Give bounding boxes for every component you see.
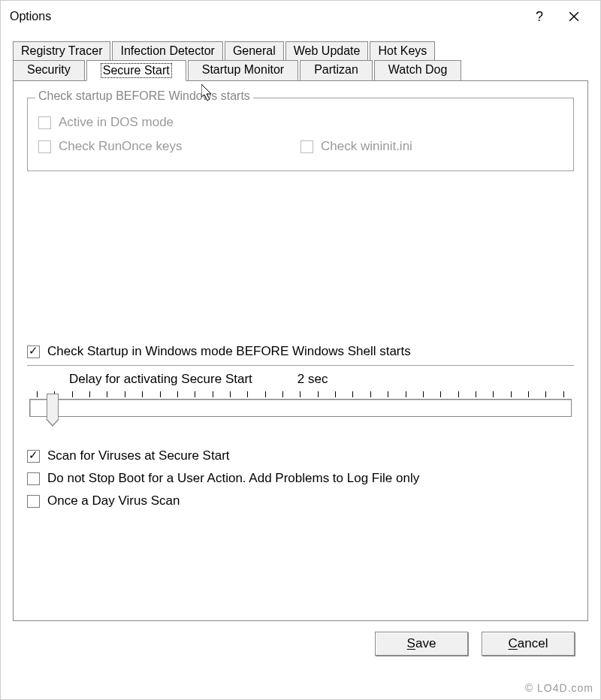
delay-slider[interactable]: [27, 391, 574, 417]
row-wininit: Check wininit.ini: [300, 139, 563, 154]
tab-panel-secure-start: Check startup BEFORE Windows starts Acti…: [13, 80, 588, 621]
window-title: Options: [10, 10, 51, 23]
tab-hot-keys[interactable]: Hot Keys: [370, 41, 435, 60]
options-dialog: Options ? Registry Tracer Infection Dete…: [0, 0, 601, 700]
checkbox-once-a-day[interactable]: [27, 495, 40, 508]
close-button[interactable]: [557, 5, 591, 29]
checkbox-scan-viruses[interactable]: [27, 450, 40, 463]
label-do-not-stop-boot: Do not Stop Boot for a User Action. Add …: [47, 471, 419, 486]
lower-checks: Scan for Viruses at Secure Start Do not …: [27, 448, 574, 508]
row-active-dos: Active in DOS mode: [38, 115, 563, 130]
checkbox-active-dos[interactable]: [38, 116, 51, 129]
tab-web-update[interactable]: Web Update: [285, 41, 369, 60]
delay-label: Delay for activating Secure Start: [69, 372, 252, 387]
slider-ticks: [29, 391, 572, 397]
watermark: © LO4D.com: [525, 682, 593, 694]
close-icon: [569, 11, 579, 22]
divider: [27, 365, 574, 366]
checkbox-check-startup-windows-mode[interactable]: [27, 345, 40, 358]
checkbox-wininit[interactable]: [300, 140, 313, 153]
label-once-a-day: Once a Day Virus Scan: [47, 493, 180, 508]
tab-row-1: Registry Tracer Infection Detector Gener…: [13, 41, 588, 60]
delay-row: Delay for activating Secure Start 2 sec: [27, 370, 574, 387]
tab-row-2: Security Secure Start Startup Monitor Pa…: [13, 60, 588, 81]
delay-value: 2 sec: [297, 372, 328, 387]
tab-secure-start[interactable]: Secure Start: [86, 60, 186, 81]
slider-thumb[interactable]: [47, 394, 59, 419]
label-check-startup-windows-mode: Check Startup in Windows mode BEFORE Win…: [47, 344, 411, 359]
tab-registry-tracer[interactable]: Registry Tracer: [13, 41, 110, 60]
checkbox-runonce[interactable]: [38, 140, 51, 153]
checkbox-do-not-stop-boot[interactable]: [27, 472, 40, 485]
tab-watch-dog[interactable]: Watch Dog: [374, 60, 462, 81]
label-scan-viruses: Scan for Viruses at Secure Start: [47, 448, 230, 463]
label-wininit: Check wininit.ini: [321, 139, 412, 154]
help-button[interactable]: ?: [522, 5, 557, 29]
row-check-startup-windows-mode: Check Startup in Windows mode BEFORE Win…: [27, 344, 574, 359]
row-do-not-stop-boot: Do not Stop Boot for a User Action. Add …: [27, 471, 574, 486]
row-runonce: Check RunOnce keys: [38, 139, 300, 154]
tabs: Registry Tracer Infection Detector Gener…: [13, 41, 588, 621]
tab-startup-monitor[interactable]: Startup Monitor: [188, 60, 298, 81]
tab-partizan[interactable]: Partizan: [300, 60, 373, 81]
tab-general[interactable]: General: [225, 41, 284, 60]
cancel-button[interactable]: Cancel: [482, 632, 575, 656]
label-active-dos: Active in DOS mode: [59, 115, 174, 130]
tab-infection-detector[interactable]: Infection Detector: [112, 41, 222, 60]
content: Registry Tracer Infection Detector Gener…: [1, 32, 600, 699]
group-check-startup-before: Check startup BEFORE Windows starts Acti…: [27, 98, 574, 171]
row-once-a-day: Once a Day Virus Scan: [27, 493, 574, 508]
slider-track[interactable]: [29, 399, 572, 417]
label-runonce: Check RunOnce keys: [59, 139, 182, 154]
row-scan-viruses: Scan for Viruses at Secure Start: [27, 448, 574, 463]
save-button[interactable]: Save: [375, 632, 468, 656]
button-row: Save Cancel: [13, 621, 588, 656]
tab-security[interactable]: Security: [13, 60, 85, 81]
titlebar: Options ?: [1, 1, 600, 32]
group-legend: Check startup BEFORE Windows starts: [35, 89, 253, 103]
